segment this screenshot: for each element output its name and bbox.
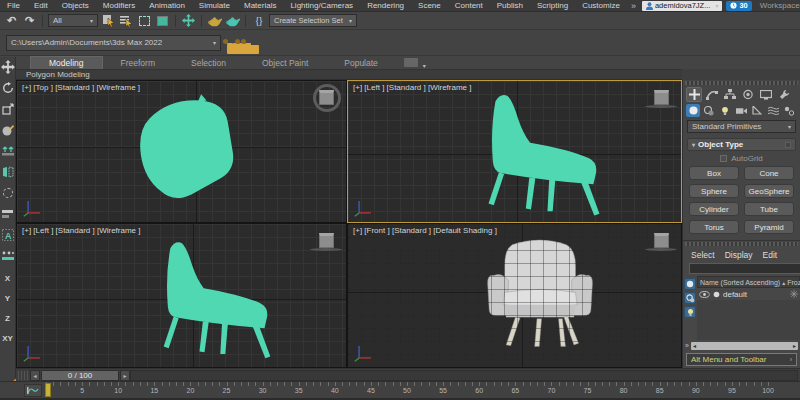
viewport-label[interactable]: [+] [Left ] [Standard ] [Wireframe ] — [22, 226, 141, 235]
menu-item-animation[interactable]: Animation — [142, 0, 192, 12]
scroll-left-arrow[interactable]: ◂ — [693, 342, 696, 349]
menu-item-content[interactable]: Content — [448, 0, 490, 12]
chair-side-view[interactable] — [117, 236, 317, 362]
selection-filter-dropdown[interactable]: All ▾ — [48, 14, 98, 27]
filter-lights-button[interactable] — [684, 306, 696, 318]
named-selection-button[interactable]: A — [1, 228, 15, 242]
chair-top-view[interactable] — [125, 91, 249, 203]
selection-region-button[interactable] — [1, 186, 15, 200]
category-lights[interactable] — [718, 104, 732, 117]
undo-button[interactable]: ↶ — [4, 14, 19, 28]
axis-constraint-x[interactable]: X — [5, 274, 10, 284]
named-selection-sets-dropdown[interactable]: Create Selection Set ▾ — [269, 14, 357, 27]
mini-curve-editor-button[interactable] — [24, 384, 42, 397]
rectangular-selection-region-button[interactable] — [137, 14, 152, 28]
menu-item-customize[interactable]: Customize — [575, 0, 627, 12]
layer-manager-button[interactable] — [1, 249, 15, 263]
primitives-category-dropdown[interactable]: Standard Primitives ▾ — [687, 120, 796, 133]
explorer-tab-edit[interactable]: Edit — [763, 250, 778, 260]
select-by-name-button[interactable] — [119, 14, 134, 28]
button-cylinder[interactable]: Cylinder — [689, 202, 739, 216]
workspace-indicator-box[interactable]: Alt Menu and Toolbar › — [686, 353, 797, 366]
tab-hierarchy[interactable] — [722, 87, 738, 102]
menu-item-file[interactable]: File — [0, 0, 27, 12]
axis-constraint-z[interactable]: Z — [5, 314, 10, 324]
axis-constraint-y[interactable]: Y — [5, 294, 10, 304]
button-pyramid[interactable]: Pyramid — [744, 220, 794, 234]
menu-item-objects[interactable]: Objects — [55, 0, 96, 12]
frozen-snowflake-icon[interactable] — [790, 290, 798, 298]
scene-node-name[interactable]: default — [723, 290, 747, 299]
tab-display[interactable] — [758, 87, 774, 102]
column-header-row[interactable]: Name (Sorted Ascending) ▴ Frozen — [697, 276, 800, 288]
button-geosphere[interactable]: GeoSphere — [744, 184, 794, 198]
ribbon-subpanel[interactable]: Polygon Modeling — [16, 69, 682, 80]
expand-icon[interactable]: » — [685, 342, 689, 349]
panel-drag-handle[interactable] — [685, 81, 798, 85]
visibility-eye-icon[interactable] — [699, 291, 710, 298]
panel-drag-handle[interactable] — [685, 242, 798, 246]
category-geometry[interactable] — [686, 104, 700, 117]
frozen-column-header[interactable]: Frozen — [787, 279, 800, 286]
menu-item-edit[interactable]: Edit — [27, 0, 55, 12]
menu-item-scene[interactable]: Scene — [411, 0, 448, 12]
frame-ruler[interactable]: 5101520253035404550556065707580859095100 — [46, 382, 786, 399]
ribbon-tab-object-paint[interactable]: Object Paint — [244, 57, 326, 69]
chevron-down-icon[interactable]: ▾ — [423, 62, 426, 69]
viewport-label[interactable]: [+] [Front ] [Standard ] [Default Shadin… — [353, 226, 497, 235]
select-and-scale-button[interactable] — [1, 102, 15, 116]
viewcube[interactable] — [319, 90, 334, 105]
search-input[interactable] — [689, 263, 800, 274]
ribbon-display-icon[interactable] — [404, 58, 418, 67]
button-cone[interactable]: Cone — [744, 166, 794, 180]
time-slider-handle[interactable] — [45, 383, 51, 397]
previous-frame-button[interactable]: ◂ — [30, 370, 40, 381]
autogrid-checkbox[interactable] — [720, 155, 727, 162]
category-helpers[interactable] — [750, 104, 764, 117]
scene-node-row[interactable]: default — [697, 288, 800, 300]
button-torus[interactable]: Torus — [689, 220, 739, 234]
name-column-header[interactable]: Name (Sorted Ascending) — [700, 279, 780, 286]
viewcube[interactable] — [319, 233, 334, 248]
window-crossing-button[interactable] — [155, 14, 170, 28]
object-type-rollout[interactable]: ▾ Object Type — [687, 138, 796, 151]
category-shapes[interactable] — [702, 104, 716, 117]
tab-create[interactable] — [686, 87, 702, 102]
menu-item-publish[interactable]: Publish — [490, 0, 530, 12]
render-setup-button[interactable] — [207, 14, 222, 28]
menu-overflow-icon[interactable]: » — [627, 1, 640, 11]
menu-item-materials[interactable]: Materials — [237, 0, 283, 12]
filter-objects-button[interactable] — [684, 278, 696, 290]
mirror-button[interactable] — [1, 165, 15, 179]
viewcube[interactable] — [654, 90, 669, 105]
select-and-move-button[interactable] — [1, 60, 15, 74]
user-account-dropdown[interactable]: ademidova7JZ... ▾ — [642, 1, 722, 11]
chair-front-shaded[interactable] — [446, 232, 631, 356]
explorer-tab-select[interactable]: Select — [691, 250, 715, 260]
tab-utilities[interactable] — [776, 87, 792, 102]
session-timer-badge[interactable]: 30 — [726, 1, 751, 11]
viewport-front[interactable]: [+] [Front ] [Standard ] [Default Shadin… — [347, 223, 682, 368]
select-and-move-button[interactable] — [181, 14, 196, 28]
scroll-right-arrow[interactable]: ▸ — [793, 342, 796, 349]
ribbon-tab-selection[interactable]: Selection — [173, 57, 244, 69]
viewport-top[interactable]: [+] [Top ] [Standard ] [Wireframe ] — [16, 80, 347, 223]
viewport-label[interactable]: [+] [Left ] [Standard ] [Wireframe ] — [353, 83, 472, 92]
ribbon-tab-populate[interactable]: Populate — [326, 57, 396, 69]
viewport-label[interactable]: [+] [Top ] [Standard ] [Wireframe ] — [22, 83, 140, 92]
next-frame-button[interactable]: ▸ — [120, 370, 130, 381]
horizontal-scrollbar[interactable]: ◂ ▸ — [691, 342, 798, 350]
ribbon-tab-modeling[interactable]: Modeling — [30, 56, 103, 69]
select-and-rotate-button[interactable] — [1, 81, 15, 95]
axis-constraint-xy[interactable]: XY — [2, 334, 13, 344]
ribbon-tab-freeform[interactable]: Freeform — [103, 57, 173, 69]
button-sphere[interactable]: Sphere — [689, 184, 739, 198]
redo-button[interactable]: ↷ — [22, 14, 37, 28]
select-object-button[interactable] — [101, 14, 116, 28]
current-frame-display[interactable]: 0 / 100 — [41, 370, 119, 381]
viewport-left-lower[interactable]: [+] [Left ] [Standard ] [Wireframe ] — [16, 223, 347, 368]
toolbar-grip[interactable] — [18, 371, 28, 380]
pivot-button[interactable] — [1, 123, 15, 137]
align-button[interactable] — [1, 207, 15, 221]
explorer-tab-display[interactable]: Display — [725, 250, 753, 260]
